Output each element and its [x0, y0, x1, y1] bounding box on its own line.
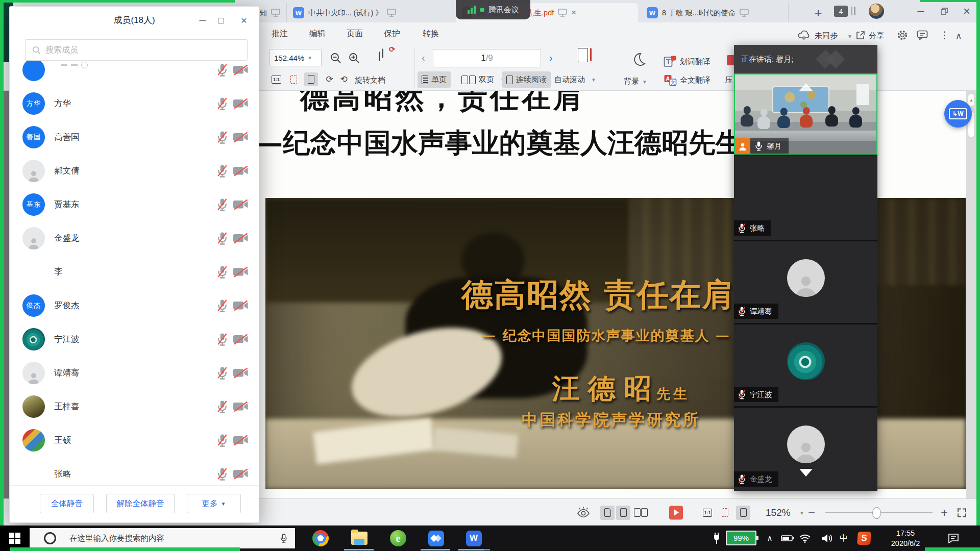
menu-annotate[interactable]: 批注	[272, 29, 288, 39]
camera-muted-icon[interactable]	[233, 98, 249, 110]
double-page-mode[interactable]: 双页▼	[457, 71, 509, 88]
scrollbar-up-arrow[interactable]: ▲	[968, 93, 975, 107]
camera-muted-icon[interactable]	[233, 266, 249, 278]
mic-muted-icon[interactable]	[216, 232, 228, 245]
menu-protect[interactable]: 保护	[384, 29, 400, 39]
zoom-out-button[interactable]: −	[808, 506, 815, 520]
tab-list-icon[interactable]	[851, 7, 855, 15]
full-translate-label[interactable]: 全文翻译	[680, 76, 710, 85]
camera-muted-icon[interactable]	[233, 435, 249, 446]
share-label[interactable]: 分享	[869, 31, 884, 41]
mic-muted-icon[interactable]	[216, 198, 228, 212]
fit-page-icon[interactable]	[718, 506, 732, 520]
zoom-slider-thumb[interactable]	[872, 507, 881, 519]
two-page-layout-icon[interactable]	[633, 506, 648, 520]
mute-all-button[interactable]: 全体静音	[40, 494, 94, 513]
new-tab-button[interactable]: +	[811, 5, 826, 21]
scroll-up-icon[interactable]	[799, 83, 813, 91]
account-avatar[interactable]	[869, 4, 884, 19]
camera-muted-icon[interactable]	[233, 300, 249, 312]
zoom-percent-combo[interactable]: 152.44%▼	[270, 49, 322, 66]
camera-muted-icon[interactable]	[233, 199, 249, 211]
mic-muted-icon[interactable]	[216, 434, 228, 447]
camera-muted-icon[interactable]	[233, 132, 249, 143]
page-number-box[interactable]: 1 /9	[433, 49, 541, 67]
member-row[interactable]: 宁江波	[10, 324, 259, 355]
collapse-ribbon-icon[interactable]: ∧	[955, 31, 962, 41]
taskbar-explorer-icon[interactable]	[350, 529, 369, 547]
unmute-all-button[interactable]: 解除全体静音	[106, 494, 175, 513]
menu-convert[interactable]: 转换	[423, 29, 439, 39]
member-row[interactable]: 基东贾基东	[10, 189, 259, 220]
camera-muted-icon[interactable]	[233, 334, 249, 345]
minimize-window-button[interactable]: ─	[912, 0, 930, 22]
tencent-meeting-status-pill[interactable]: 腾讯会议	[456, 0, 530, 19]
taskbar-clock[interactable]: 17:55 2020/6/2	[879, 528, 932, 548]
member-row[interactable]: 俊杰罗俊杰	[10, 290, 259, 321]
camera-muted-icon[interactable]	[233, 233, 249, 244]
cloud-sync-icon[interactable]	[797, 30, 811, 40]
member-row[interactable]: 善国高善国	[10, 122, 259, 153]
participant-tile[interactable]: 张略	[734, 156, 877, 240]
mic-muted-icon[interactable]	[216, 97, 228, 111]
fit-page-icon[interactable]	[287, 72, 301, 86]
next-page-icon[interactable]: ›	[549, 52, 553, 64]
more-options-icon[interactable]: ⋮	[940, 29, 949, 41]
ime-indicator[interactable]: 中	[837, 525, 850, 551]
member-row[interactable]: 王硕	[10, 425, 259, 456]
sync-status-label[interactable]: 未同步	[815, 31, 838, 41]
rotate-doc-label[interactable]: 旋转文档	[355, 76, 385, 85]
zoom-slider[interactable]	[825, 512, 933, 513]
minimize-panel-button[interactable]: ─	[197, 15, 208, 26]
camera-muted-icon[interactable]	[233, 401, 249, 413]
fit-width-icon[interactable]	[736, 506, 750, 520]
maximize-panel-button[interactable]: □	[215, 15, 227, 26]
camera-muted-icon[interactable]	[233, 367, 249, 379]
menu-edit[interactable]: 编辑	[309, 29, 326, 39]
mic-muted-icon[interactable]	[216, 400, 228, 414]
fullscreen-icon[interactable]	[958, 508, 966, 517]
camera-muted-icon[interactable]	[233, 165, 249, 177]
close-tab-icon[interactable]: ×	[571, 8, 576, 18]
member-list[interactable]: 方华方华善国高善国郝文倩基东贾基东金盛龙李俊杰罗俊杰宁江波谭靖骞王桂喜王硕张略	[10, 61, 259, 491]
scroll-down-icon[interactable]	[799, 469, 813, 477]
zoom-level-label[interactable]: 152%	[766, 507, 791, 518]
tab-doc-2[interactable]: W 中共中央印... (试行) 》	[287, 3, 453, 22]
moon-background-icon[interactable]	[632, 52, 646, 67]
tray-expand-icon[interactable]: ∧	[764, 525, 776, 551]
sogou-input-icon[interactable]: S	[856, 525, 872, 551]
zoom-dropdown-icon[interactable]: ▼	[799, 510, 804, 515]
actual-size-icon[interactable]: 1:1	[270, 72, 283, 86]
mic-muted-icon[interactable]	[216, 63, 228, 77]
restore-window-button[interactable]	[935, 0, 953, 22]
member-row[interactable]: 张略	[10, 459, 259, 489]
mic-muted-icon[interactable]	[216, 467, 228, 481]
rotate-document-icon[interactable]: ⟳	[379, 49, 394, 66]
full-translate-icon[interactable]: A文	[664, 73, 677, 87]
actual-size-icon[interactable]: 1:1	[700, 506, 715, 520]
word-translate-icon[interactable]	[664, 55, 677, 68]
battery-percent-badge[interactable]: 99%	[726, 531, 756, 545]
tab-doc-3[interactable]: W 8 于敏 艰...时代的使命	[641, 3, 789, 22]
mic-muted-icon[interactable]	[216, 164, 228, 178]
participant-tile[interactable]: 金盛龙	[734, 408, 877, 491]
continuous-read-mode[interactable]: 连续阅读	[502, 71, 551, 88]
camera-muted-icon[interactable]	[233, 64, 249, 76]
menu-page[interactable]: 页面	[347, 29, 363, 39]
mic-muted-icon[interactable]	[216, 299, 228, 313]
taskbar-chrome-icon[interactable]	[311, 529, 330, 547]
mic-muted-icon[interactable]	[216, 366, 228, 380]
close-window-button[interactable]: ×	[958, 0, 976, 22]
word-translate-label[interactable]: 划词翻译	[680, 57, 710, 67]
participant-tile[interactable]: 馨月	[734, 73, 877, 155]
camera-muted-icon[interactable]	[233, 468, 249, 480]
member-row[interactable]: 李	[10, 257, 259, 287]
member-row[interactable]: 金盛龙	[10, 223, 259, 254]
wps-convert-float-button[interactable]: ↳W	[944, 100, 972, 128]
prev-page-icon[interactable]: ‹	[422, 52, 425, 64]
fit-width-icon[interactable]	[304, 72, 318, 86]
rotate-ccw-icon[interactable]: ⟲	[337, 72, 351, 86]
wifi-icon[interactable]	[797, 525, 813, 551]
auto-scroll-mode[interactable]: 自动滚动▼	[550, 71, 600, 88]
single-page-mode[interactable]: 单页	[418, 71, 451, 88]
